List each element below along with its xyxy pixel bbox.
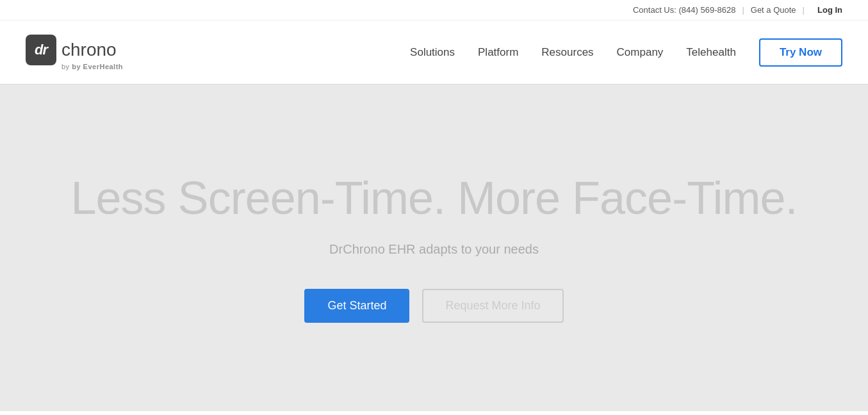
hero-subtitle: DrChrono EHR adapts to your needs <box>329 242 539 257</box>
logo-byline: by by EverHealth <box>61 63 123 70</box>
hero-section: Less Screen-Time. More Face-Time. DrChro… <box>0 85 868 411</box>
navbar: dr chrono by by EverHealth Solutions Pla… <box>0 20 868 85</box>
hero-buttons: Get Started Request More Info <box>304 289 563 323</box>
logo-text: chrono <box>61 40 117 60</box>
hero-title: Less Screen-Time. More Face-Time. <box>71 173 798 224</box>
login-link[interactable]: Log In <box>817 5 842 15</box>
logo-icon-text: dr <box>35 42 47 58</box>
get-a-quote-link[interactable]: Get a Quote <box>751 5 796 15</box>
nav-solutions[interactable]: Solutions <box>410 46 455 59</box>
top-bar: Contact Us: (844) 569-8628 | Get a Quote… <box>0 0 868 20</box>
try-now-button[interactable]: Try Now <box>759 38 842 67</box>
nav-company[interactable]: Company <box>617 46 664 59</box>
logo[interactable]: dr chrono by by EverHealth <box>26 35 123 70</box>
nav-platform[interactable]: Platform <box>478 46 518 59</box>
nav-links: Solutions Platform Resources Company Tel… <box>410 38 842 67</box>
nav-resources[interactable]: Resources <box>541 46 593 59</box>
logo-icon: dr <box>26 35 56 65</box>
separator-1: | <box>742 5 744 15</box>
request-more-info-button[interactable]: Request More Info <box>422 289 563 323</box>
separator-2: | <box>803 5 805 15</box>
get-started-button[interactable]: Get Started <box>304 289 409 323</box>
nav-telehealth[interactable]: Telehealth <box>686 46 736 59</box>
contact-info: Contact Us: (844) 569-8628 <box>633 5 735 15</box>
